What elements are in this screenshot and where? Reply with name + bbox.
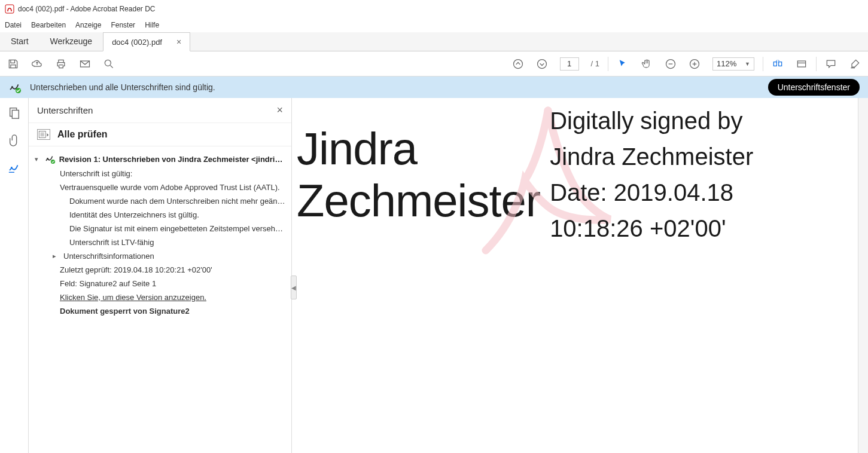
signature-valid-small-icon: [45, 154, 56, 164]
sig-valid-text: Unterschrift ist gültig:: [35, 167, 285, 180]
zoom-level-select[interactable]: 112% ▼: [712, 57, 754, 71]
page-number-input[interactable]: [560, 57, 579, 71]
search-icon[interactable]: [103, 58, 115, 70]
chevron-down-icon[interactable]: ▾: [35, 155, 41, 163]
menubar: Datei Bearbeiten Anzeige Fenster Hilfe: [0, 18, 868, 32]
sig-identity-text: Identität des Unterzeichners ist gültig.: [35, 208, 285, 222]
menu-bearbeiten[interactable]: Bearbeiten: [31, 21, 66, 29]
toolbar-separator: [816, 57, 817, 71]
panel-options-button[interactable]: [37, 129, 50, 140]
tab-document[interactable]: doc4 (002).pdf ×: [103, 32, 190, 51]
menu-datei[interactable]: Datei: [5, 21, 22, 29]
sig-trust-text: Vertrauensquelle wurde vom Adobe Approve…: [35, 180, 285, 194]
sig-lastcheck-text: Zuletzt geprüft: 2019.04.18 10:20:21 +02…: [35, 263, 285, 277]
panel-collapse-handle[interactable]: ◀: [291, 276, 297, 299]
left-rail: [0, 98, 29, 453]
close-tab-icon[interactable]: ×: [176, 37, 181, 47]
check-all-button[interactable]: Alle prüfen: [57, 129, 108, 140]
signatures-rail-icon[interactable]: [8, 161, 21, 175]
tab-tools[interactable]: Werkzeuge: [39, 32, 103, 51]
attachments-icon[interactable]: [8, 134, 21, 147]
sig-info-node[interactable]: Unterschriftsinformationen: [63, 252, 154, 261]
signature-status-text: Unterschrieben und alle Unterschriften s…: [30, 82, 215, 92]
save-icon[interactable]: [7, 58, 19, 70]
highlight-icon[interactable]: [849, 58, 861, 70]
chevron-right-icon[interactable]: ▸: [53, 252, 60, 260]
signature-panel-button[interactable]: Unterschriftsfenster: [768, 79, 860, 96]
close-panel-icon[interactable]: ×: [276, 104, 283, 117]
sig-locked-text: Dokument gesperrt von Signature2: [35, 304, 285, 318]
sig-nochange-text: Dokument wurde nach dem Unterschreiben n…: [35, 194, 285, 208]
panel-title: Unterschriften: [37, 105, 93, 115]
toolbar-separator: [608, 57, 608, 71]
toolbar: / 1 112% ▼: [0, 51, 868, 76]
document-view[interactable]: ◀ Jindra Zechmeister Digitally signed by…: [292, 98, 858, 453]
signatures-panel: Unterschriften × Alle prüfen ▾ Revision …: [29, 98, 292, 453]
svg-point-4: [537, 59, 546, 68]
acrobat-icon: [5, 4, 14, 14]
tabbar: Start Werkzeuge doc4 (002).pdf ×: [0, 32, 868, 51]
thumbnails-icon[interactable]: [8, 106, 21, 120]
zoom-level-label: 112%: [717, 59, 736, 68]
email-icon[interactable]: [79, 58, 91, 70]
svg-rect-0: [5, 5, 14, 13]
vertical-scrollbar[interactable]: [858, 98, 868, 453]
fit-width-icon[interactable]: [772, 58, 784, 70]
signature-status-bar: Unterschrieben und alle Unterschriften s…: [0, 76, 868, 98]
cloud-upload-icon[interactable]: [31, 58, 43, 70]
hand-tool-icon[interactable]: [641, 58, 653, 70]
svg-point-12: [51, 160, 55, 164]
page-total-label: / 1: [591, 59, 599, 68]
svg-point-3: [513, 59, 522, 68]
chevron-down-icon: ▼: [745, 61, 750, 67]
tab-document-label: doc4 (002).pdf: [112, 38, 162, 47]
comment-icon[interactable]: [825, 58, 837, 70]
window-title: doc4 (002).pdf - Adobe Acrobat Reader DC: [18, 5, 155, 13]
zoom-in-icon[interactable]: [689, 58, 701, 70]
titlebar: doc4 (002).pdf - Adobe Acrobat Reader DC: [0, 0, 868, 18]
page-down-icon[interactable]: [536, 58, 548, 70]
toolbar-separator: [763, 57, 763, 71]
sig-timestamp-text: Die Signatur ist mit einem eingebetteten…: [35, 222, 285, 235]
page-display-icon[interactable]: [796, 58, 808, 70]
signature-field[interactable]: Jindra Zechmeister Digitally signed by J…: [297, 103, 753, 246]
sig-ltv-text: Unterschrift ist LTV-fähig: [35, 235, 285, 249]
signature-valid-icon: [8, 81, 22, 94]
print-icon[interactable]: [55, 58, 67, 70]
signature-details: Digitally signed by Jindra Zechmeister D…: [550, 103, 753, 246]
revision-title[interactable]: Revision 1: Unterschrieben von Jindra Ze…: [59, 155, 285, 164]
sig-field-text: Feld: Signature2 auf Seite 1: [35, 277, 285, 290]
svg-rect-7: [797, 61, 805, 67]
menu-anzeige[interactable]: Anzeige: [75, 21, 101, 29]
page-up-icon[interactable]: [512, 58, 524, 70]
menu-fenster[interactable]: Fenster: [111, 21, 135, 29]
menu-hilfe[interactable]: Hilfe: [145, 21, 159, 29]
sig-view-version-link[interactable]: Klicken Sie, um diese Version anzuzeigen…: [35, 290, 285, 304]
svg-point-2: [105, 60, 111, 66]
zoom-out-icon[interactable]: [665, 58, 677, 70]
svg-rect-10: [12, 110, 19, 118]
tab-start[interactable]: Start: [0, 32, 39, 51]
select-tool-icon[interactable]: [617, 58, 629, 70]
